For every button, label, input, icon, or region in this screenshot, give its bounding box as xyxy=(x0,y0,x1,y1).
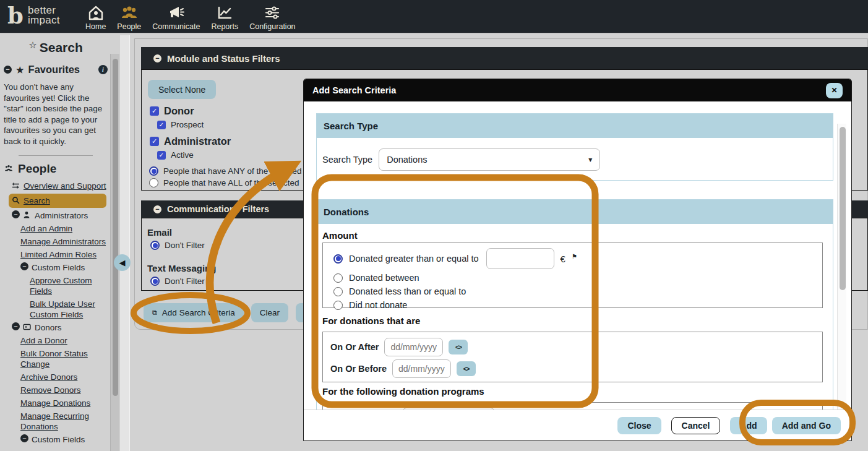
donor-card-icon xyxy=(23,322,32,332)
amount-input[interactable] xyxy=(486,248,554,269)
on-or-before-input[interactable] xyxy=(392,359,451,378)
collapse-minus-icon[interactable] xyxy=(12,322,20,330)
sidebar: ☆ Search ★ Favourites i You don't have a… xyxy=(0,35,110,451)
modal-scrollbar[interactable] xyxy=(837,124,846,410)
people-section-header: People xyxy=(4,162,108,176)
text-messaging-label: Text Messaging xyxy=(147,263,216,273)
sidebar-item-bulk-donor-status-change[interactable]: Bulk Donor Status Change xyxy=(4,348,108,369)
add-and-go-button[interactable]: Add and Go xyxy=(772,417,841,434)
add-search-criteria-button[interactable]: ⧉ Add Search Criteria xyxy=(144,303,244,322)
modal-body: Search Type Search Type Donations ▾ Dona… xyxy=(304,101,851,410)
people-small-icon xyxy=(4,162,14,176)
sidebar-item-add-a-donor[interactable]: Add a Donor xyxy=(4,335,108,346)
sidebar-item-archive-donors[interactable]: Archive Donors xyxy=(4,372,108,382)
favourite-star-icon[interactable]: ☆ xyxy=(28,40,37,51)
nav-communicate[interactable]: Communicate xyxy=(152,4,200,33)
programs-label: For the following donation programs xyxy=(322,386,484,397)
close-icon[interactable]: ✕ xyxy=(826,83,843,98)
sidebar-item-bulk-update-user-custom-fields[interactable]: Bulk Update User Custom Fields xyxy=(4,299,108,320)
search-type-select[interactable]: Donations ▾ xyxy=(379,148,600,171)
donations-section: Donations Amount Donated greater than or… xyxy=(316,199,833,410)
collapse-minus-icon[interactable] xyxy=(153,205,161,213)
programs-box: Filter Programs Active ⌄ xyxy=(322,402,823,410)
nav-reports[interactable]: Reports xyxy=(211,4,238,33)
modal-scrollbar-thumb[interactable] xyxy=(840,127,846,290)
sidebar-group-donors[interactable]: Donors xyxy=(4,322,108,333)
sidebar-group-administrators[interactable]: Administrators xyxy=(4,210,108,221)
sidebar-collapse-handle[interactable]: ◀ xyxy=(114,254,131,271)
sidebar-scrollbar-thumb[interactable] xyxy=(113,59,118,396)
module-status-filters-header[interactable]: Module and Status Filters xyxy=(141,47,868,69)
sidebar-item-manage-administrators[interactable]: Manage Administrators xyxy=(4,236,108,247)
sidebar-item-limited-admin-roles[interactable]: Limited Admin Roles xyxy=(4,249,108,260)
collapse-minus-icon[interactable] xyxy=(20,434,28,442)
modal-title: Add Search Criteria xyxy=(312,85,396,95)
any-modules-radio[interactable] xyxy=(149,166,158,176)
app-logo[interactable]: b betterimpact xyxy=(7,5,60,26)
date-toggle-icon[interactable]: <> xyxy=(449,340,468,354)
select-none-button[interactable]: Select None xyxy=(148,80,216,99)
amount-option-lte: Donated less than or equal to xyxy=(323,286,822,296)
sidebar-item-manage-recurring-donations[interactable]: Manage Recurring Donations xyxy=(4,411,108,432)
sidebar-group-custom-fields-2[interactable]: Custom Fields xyxy=(4,434,108,445)
text-dont-filter-radio[interactable] xyxy=(150,277,160,286)
sidebar-item-overview-and-support[interactable]: Overview and Support xyxy=(4,181,108,191)
sidebar-item-approve-custom-fields[interactable]: Approve Custom Fields xyxy=(4,275,108,296)
collapse-minus-icon[interactable] xyxy=(20,262,28,270)
nav-people[interactable]: People xyxy=(117,4,141,33)
sidebar-item-search[interactable]: Search xyxy=(9,194,106,208)
donor-checkbox[interactable] xyxy=(150,106,159,116)
add-button[interactable]: Add xyxy=(730,417,767,434)
nav-home[interactable]: Home xyxy=(85,4,106,33)
logo-b-icon: b xyxy=(7,5,24,26)
on-or-after-input[interactable] xyxy=(384,338,443,356)
all-modules-radio[interactable] xyxy=(149,178,158,187)
date-toggle-icon[interactable]: <> xyxy=(457,361,476,376)
close-button[interactable]: Close xyxy=(617,417,661,434)
clear-button[interactable]: Clear xyxy=(251,303,288,322)
collapse-minus-icon[interactable] xyxy=(4,66,12,74)
logo-wordmark: betterimpact xyxy=(28,6,60,25)
admin-person-icon xyxy=(23,210,32,220)
home-icon xyxy=(87,4,105,21)
window-icon: ⧉ xyxy=(152,309,157,317)
email-dont-filter-radio[interactable] xyxy=(150,241,160,250)
search-type-section-header: Search Type xyxy=(317,114,833,138)
divider xyxy=(19,155,93,156)
checkbox-row-active: Active xyxy=(157,150,231,160)
page-title: ☆ Search xyxy=(4,40,108,55)
sidebar-item-manage-donations[interactable]: Manage Donations xyxy=(4,398,108,408)
sidebar-group-custom-fields[interactable]: Custom Fields xyxy=(4,262,108,273)
on-or-after-row: On Or After <> xyxy=(323,338,822,356)
collapse-minus-icon[interactable] xyxy=(153,54,161,62)
lte-radio[interactable] xyxy=(333,287,343,296)
radio-row-all: People that have ALL of the selected xyxy=(149,178,304,187)
add-search-criteria-modal: Add Search Criteria ✕ Search Type Search… xyxy=(303,79,852,441)
dates-label: For donations that are xyxy=(322,316,420,326)
administrator-checkbox[interactable] xyxy=(150,137,159,146)
gte-radio[interactable] xyxy=(333,254,343,264)
radio-row-any: People that have ANY of the selected xyxy=(149,166,304,176)
top-nav: b betterimpact Home People Communicate xyxy=(0,0,868,34)
search-icon xyxy=(12,195,20,205)
sidebar-item-add-an-admin[interactable]: Add an Admin xyxy=(4,223,108,234)
donations-section-header: Donations xyxy=(317,200,833,224)
search-type-section: Search Type Search Type Donations ▾ xyxy=(316,113,833,181)
caret-down-icon: ▾ xyxy=(588,155,592,164)
active-checkbox[interactable] xyxy=(157,151,166,160)
prospect-checkbox[interactable] xyxy=(157,121,166,129)
sidebar-item-remove-donors[interactable]: Remove Donors xyxy=(4,385,108,395)
did-not-donate-radio[interactable] xyxy=(333,301,343,310)
between-radio[interactable] xyxy=(333,273,343,283)
info-icon[interactable]: i xyxy=(98,65,108,74)
modal-header: Add Search Criteria ✕ xyxy=(304,79,851,101)
favourites-header: ★ Favourites i xyxy=(4,64,108,75)
cancel-button[interactable]: Cancel xyxy=(671,417,721,434)
sidebar-scrollbar[interactable] xyxy=(110,54,119,451)
sidebar-edge xyxy=(120,35,130,451)
nav-configuration[interactable]: Configuration xyxy=(249,4,295,33)
collapse-minus-icon[interactable] xyxy=(12,210,20,218)
amount-option-did-not-donate: Did not donate xyxy=(323,300,822,310)
checkbox-row-administrator: Administrator xyxy=(150,135,231,147)
email-label: Email xyxy=(147,227,205,238)
